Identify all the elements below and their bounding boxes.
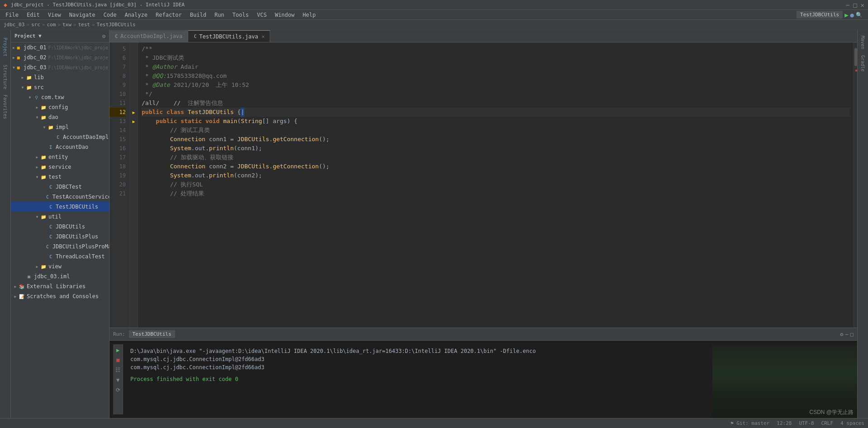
gradle-icon[interactable]: Gradle bbox=[858, 54, 868, 72]
menu-window[interactable]: Window bbox=[271, 11, 298, 19]
code-content[interactable]: /** * JDBC测试类 * @Author Adair * @QQ bbox=[138, 43, 854, 328]
soft-wrap-button[interactable]: ⟳ bbox=[114, 386, 122, 394]
title-bar-left: ◆ jdbc_projct - TestJDBCUtils.java [jdbc… bbox=[4, 1, 185, 8]
profile-button[interactable]: 🔍 bbox=[856, 12, 863, 18]
breadcrumb-part-6[interactable]: TestJDBCUtils bbox=[97, 22, 136, 28]
menu-edit[interactable]: Edit bbox=[23, 11, 43, 19]
project-panel-icon[interactable]: Project bbox=[0, 33, 10, 61]
folder-icon-test: 📁 bbox=[40, 173, 47, 181]
right-panel-icons: Maven Gradle bbox=[857, 30, 868, 418]
tree-item-jdbc-utils-plus-pro-max[interactable]: ▶ C JDBCUtilsPlusProMax bbox=[11, 242, 109, 252]
sidebar: Project ▼ ⚙ ▶ ■ jdbc_01 F:\IDEAWork\jdbc… bbox=[11, 30, 110, 418]
tree-item-account-dao[interactable]: ▶ I AccountDao bbox=[11, 142, 109, 152]
run-button[interactable]: ▶ bbox=[844, 11, 848, 19]
maximize-button[interactable]: □ bbox=[853, 1, 857, 9]
stop-button[interactable]: ■ bbox=[114, 356, 122, 364]
tree-item-jdbc-03[interactable]: ▼ ■ jdbc_03 F:\IDEAWork\jdbc_proje... bbox=[11, 62, 109, 72]
debug-arrow-icon-2: ▶ bbox=[132, 119, 135, 124]
debug-button[interactable]: ● bbox=[850, 11, 854, 19]
module-icon-3: ■ bbox=[15, 64, 22, 71]
tree-label-util: util bbox=[48, 214, 62, 220]
tree-item-test-jdbc-utils[interactable]: ▶ C TestJDBCUtils bbox=[11, 202, 109, 212]
sidebar-settings-icon[interactable]: ⚙ bbox=[102, 33, 105, 39]
tree-item-service[interactable]: ▶ 📁 service bbox=[11, 162, 109, 172]
tab-account-dao-impl[interactable]: C AccountDaoImpl.java bbox=[110, 30, 188, 42]
structure-icon[interactable]: Structure bbox=[0, 63, 10, 90]
tree-item-impl[interactable]: ▼ 📁 impl bbox=[11, 122, 109, 132]
maven-icon[interactable]: Maven bbox=[858, 33, 868, 52]
code-line-15: Connection conn1 = JDBCUtils.getConnecti… bbox=[142, 135, 850, 144]
menu-tools[interactable]: Tools bbox=[229, 11, 253, 19]
restore-layout-button[interactable]: ☷ bbox=[114, 366, 122, 374]
code-line-20: // 执行SQL bbox=[142, 180, 850, 189]
tree-item-jdbc-test[interactable]: ▶ C JDBCTest bbox=[11, 182, 109, 192]
tab-test-jdbc-utils[interactable]: C TestJDBCUtils.java ✕ bbox=[188, 30, 270, 42]
tree-item-account-dao-impl[interactable]: ▶ C AccountDaoImpl bbox=[11, 132, 109, 142]
tree-item-test-account-service[interactable]: ▶ C TestAccountService bbox=[11, 192, 109, 202]
tree-item-external-libraries[interactable]: ▶ 📚 External Libraries bbox=[11, 281, 109, 291]
run-settings-icon[interactable]: ⚙ bbox=[840, 331, 843, 338]
tree-label-jdbc-utils-plus-pro-max: JDBCUtilsPlusProMax bbox=[52, 243, 109, 250]
menu-code[interactable]: Code bbox=[100, 11, 120, 19]
tree-label-service: service bbox=[48, 164, 72, 170]
run-output-exit-line: Process finished with exit code 0 bbox=[130, 375, 850, 383]
title-bar: ◆ jdbc_projct - TestJDBCUtils.java [jdbc… bbox=[0, 0, 868, 10]
close-button[interactable]: ✕ bbox=[861, 1, 864, 9]
code-line-6: * JDBC测试类 bbox=[142, 53, 850, 62]
breadcrumb-part-3[interactable]: com bbox=[47, 22, 56, 28]
minimize-button[interactable]: − bbox=[846, 1, 849, 9]
folder-icon-impl: 📁 bbox=[47, 124, 54, 131]
tree-label-entity: entity bbox=[48, 154, 68, 160]
menu-build[interactable]: Build bbox=[186, 11, 210, 19]
tree-item-src[interactable]: ▼ 📁 src bbox=[11, 82, 109, 92]
project-tree: ▶ ■ jdbc_01 F:\IDEAWork\jdbc_proje... ▶ … bbox=[11, 43, 109, 418]
menu-run[interactable]: Run bbox=[211, 11, 228, 19]
run-expand-icon[interactable]: □ bbox=[850, 331, 854, 338]
tree-item-config[interactable]: ▶ 📁 config bbox=[11, 102, 109, 112]
tree-item-jdbc-utils[interactable]: ▶ C JDBCUtils bbox=[11, 222, 109, 232]
sidebar-header: Project ▼ ⚙ bbox=[11, 30, 109, 43]
menu-help[interactable]: Help bbox=[299, 11, 320, 19]
close-tab-icon[interactable]: ✕ bbox=[262, 34, 264, 39]
status-bar: ⚑ Git: master 12:28 UTF-8 CRLF 4 spaces bbox=[0, 418, 868, 428]
menu-navigate[interactable]: Navigate bbox=[66, 11, 99, 19]
tree-item-jdbc-utils-plus[interactable]: ▶ C JDBCUtilsPlus bbox=[11, 232, 109, 242]
tree-item-test[interactable]: ▼ 📁 test bbox=[11, 172, 109, 182]
encoding-info[interactable]: UTF-8 bbox=[799, 420, 814, 426]
tree-item-jdbc-03-iml[interactable]: ▶ ■ jdbc_03.iml bbox=[11, 271, 109, 281]
menu-refactor[interactable]: Refactor bbox=[152, 11, 186, 19]
breadcrumb-part-2[interactable]: src bbox=[31, 22, 40, 28]
breadcrumb-part-4[interactable]: txw bbox=[62, 22, 72, 28]
line-ending-info[interactable]: CRLF bbox=[821, 420, 834, 426]
favorites-icon[interactable]: Favorites bbox=[0, 93, 10, 120]
tree-item-view[interactable]: ▶ 📁 view bbox=[11, 262, 109, 271]
code-line-19: System.out.println(conn2); bbox=[142, 171, 850, 180]
status-right: ⚑ Git: master 12:28 UTF-8 CRLF 4 spaces bbox=[730, 420, 864, 426]
tree-item-scratches-consoles[interactable]: ▶ 📝 Scratches and Consoles bbox=[11, 291, 109, 301]
window-title: jdbc_projct - TestJDBCUtils.java [jdbc_0… bbox=[11, 2, 185, 8]
tree-item-entity[interactable]: ▶ 📁 entity bbox=[11, 152, 109, 162]
menu-file[interactable]: File bbox=[2, 11, 22, 19]
window-controls[interactable]: − □ ✕ bbox=[846, 1, 864, 9]
code-line-7: * @Author Adair bbox=[142, 62, 850, 71]
indent-info[interactable]: 4 spaces bbox=[840, 420, 864, 426]
run-tab[interactable]: TestJDBCUtils bbox=[129, 330, 175, 338]
java-tab-icon-active: C bbox=[194, 34, 196, 39]
menu-vcs[interactable]: VCS bbox=[253, 11, 271, 19]
rerun-button[interactable]: ▶ bbox=[114, 346, 122, 354]
tree-item-jdbc-02[interactable]: ▶ ■ jdbc_02 F:\IDEAWork\jdbc_proje... bbox=[11, 52, 109, 62]
git-status[interactable]: ⚑ Git: master bbox=[730, 420, 769, 426]
scroll-to-end-button[interactable]: ▼ bbox=[114, 376, 122, 384]
menu-analyze[interactable]: Analyze bbox=[121, 11, 151, 19]
run-minimize-icon[interactable]: − bbox=[845, 331, 849, 338]
tree-item-util[interactable]: ▼ 📁 util bbox=[11, 212, 109, 222]
breadcrumb-part-5[interactable]: test bbox=[78, 22, 90, 28]
tree-item-jdbc-01[interactable]: ▶ ■ jdbc_01 F:\IDEAWork\jdbc_proje... bbox=[11, 43, 109, 52]
tree-item-com-txw[interactable]: ▼ ⚲ com.txw bbox=[11, 92, 109, 102]
tree-item-dao[interactable]: ▼ 📁 dao bbox=[11, 112, 109, 122]
tree-item-thread-local-test[interactable]: ▶ C ThreadLocalTest bbox=[11, 252, 109, 262]
menu-view[interactable]: View bbox=[44, 11, 65, 19]
code-editor[interactable]: 5 6 7 8 9 10 11 12 13 14 15 16 17 18 bbox=[110, 43, 857, 328]
tree-item-lib[interactable]: ▶ 📁 lib bbox=[11, 72, 109, 82]
breadcrumb-part-1[interactable]: jdbc_03 bbox=[4, 22, 24, 28]
